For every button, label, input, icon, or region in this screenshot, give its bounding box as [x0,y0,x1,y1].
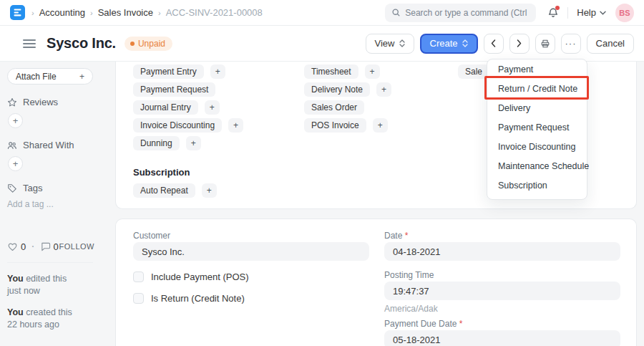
breadcrumb-accounting[interactable]: Accounting [39,7,85,18]
posting-time-field[interactable]: 19:47:37 [384,282,620,300]
create-menu-item-payment-request[interactable]: Payment Request [487,117,587,137]
breadcrumb-sales-invoice[interactable]: Sales Invoice [98,7,153,18]
payment-due-date-field[interactable]: 05-18-2021 [384,330,620,346]
search-input[interactable] [405,8,530,18]
breadcrumb-acc-sinv-2021-00008[interactable]: ACC-SINV-2021-00008 [166,7,263,18]
activity-log: You edited thisjust nowYou created this2… [7,273,105,331]
create-menu-item-delivery[interactable]: Delivery [487,98,587,117]
form-right-column: Date * 04-18-2021 Posting Time 19:47:37 … [384,231,620,346]
dashboard-pill-payment-entry[interactable]: Payment Entry [133,64,204,79]
add-payment-entry-button[interactable]: + [210,64,225,79]
create-menu-item-subscription[interactable]: Subscription [487,176,587,195]
navbar-divider [567,7,568,19]
pill-row-journal-entry: Journal Entry+ [133,100,304,115]
chevron-down-icon [600,11,606,15]
view-button[interactable]: View [366,34,414,54]
invoice-form-card: Customer Sysco Inc. Include Payment (POS… [115,218,637,346]
create-menu-item-payment[interactable]: Payment [487,59,587,79]
create-menu-item-return-credit-note[interactable]: Return / Credit Note [487,79,587,98]
add-journal-entry-button[interactable]: + [205,100,220,115]
timezone-label: America/Adak [384,304,620,314]
create-menu-item-maintenance-schedule[interactable]: Maintenance Schedule [487,156,587,176]
follow-button[interactable]: FOLLOW [59,242,94,251]
cancel-button[interactable]: Cancel [587,34,634,54]
page-header: Sysco Inc. Unpaid View Create [0,26,644,62]
add-invoice-discounting-button[interactable]: + [228,118,243,133]
add-dunning-button[interactable]: + [186,136,201,150]
dashboard-pill-sales-order[interactable]: Sales Order [304,100,364,115]
pill-row-delivery-note: Delivery Note+ [304,82,458,97]
checkbox-row-include-payment-pos[interactable]: Include Payment (POS) [133,271,369,282]
dashboard-pill-invoice-discounting[interactable]: Invoice Discounting [133,118,222,133]
add-auto-repeat-button[interactable]: + [202,183,217,198]
shared-with-label: Shared With [23,140,74,150]
checkbox-include-payment-pos[interactable] [133,271,144,282]
reviews-label: Reviews [23,97,58,107]
checkbox-label: Is Return (Credit Note) [151,293,245,304]
select-arrows-icon [462,39,468,47]
checkbox-row-is-return-credit-note[interactable]: Is Return (Credit Note) [133,293,369,304]
view-button-label: View [375,38,395,49]
dashboard-pill-timesheet[interactable]: Timesheet [304,64,358,79]
sidebar-toggle-icon[interactable] [23,39,36,48]
reviews-section-label: Reviews [7,97,105,107]
payment-due-date-field-label: Payment Due Date * [384,319,620,329]
help-menu[interactable]: Help [577,7,606,18]
attach-file-button[interactable]: Attach File + [7,68,93,85]
dashboard-pill-pos-invoice[interactable]: POS Invoice [304,118,366,133]
date-field[interactable]: 04-18-2021 [384,242,620,261]
tags-section-label: Tags [7,183,105,193]
activity-entry: You created this22 hours ago [7,307,105,331]
status-dot [130,42,135,46]
dashboard-pill-delivery-note[interactable]: Delivery Note [304,82,370,97]
tag-icon [7,183,17,193]
breadcrumb-separator: › [158,9,161,17]
ellipsis-icon: ··· [565,38,577,49]
global-search[interactable] [385,4,536,22]
dashboard-pill-auto-repeat[interactable]: Auto Repeat [133,183,195,198]
checkbox-is-return-credit-note[interactable] [133,293,144,304]
share-button[interactable]: + [8,156,23,171]
erpnext-logo-icon[interactable] [10,5,25,20]
required-asterisk: * [459,319,463,329]
avatar[interactable]: BS [615,4,634,22]
dashboard-pill-dunning[interactable]: Dunning [133,136,180,150]
activity-entry: You edited thisjust now [7,273,105,297]
previous-record-button[interactable] [484,34,504,54]
add-tag-input[interactable]: Add a tag ... [7,199,105,209]
dashboard-column-1: Payment Entry+Payment RequestJournal Ent… [133,64,304,154]
status-badge: Unpaid [125,37,172,51]
tags-label: Tags [23,183,42,193]
activity-actor: You [7,307,24,317]
dashboard-pill-sale[interactable]: Sale [458,64,489,79]
add-timesheet-button[interactable]: + [365,64,380,79]
add-review-button[interactable]: + [8,113,23,128]
print-button[interactable] [535,34,555,54]
pill-row-sales-order: Sales Order [304,100,458,115]
create-button[interactable]: Create [420,34,478,54]
required-asterisk: * [405,231,409,241]
next-record-button[interactable] [509,34,530,54]
sidebar-divider [7,262,93,263]
customer-field[interactable]: Sysco Inc. [133,242,369,261]
comments-count: 0 [54,241,59,252]
create-menu-item-invoice-discounting[interactable]: Invoice Discounting [487,137,587,156]
add-delivery-note-button[interactable]: + [376,82,391,97]
separator-dot: · [31,240,34,253]
likes-count: 0 [21,241,26,252]
breadcrumb-separator: › [31,9,34,17]
form-sidebar: Attach File + Reviews + Shared With + Ta… [0,62,115,346]
notifications-bell-icon[interactable] [547,7,559,19]
heart-icon[interactable] [7,241,18,251]
comment-icon[interactable] [40,241,51,251]
more-options-button[interactable]: ··· [561,34,581,54]
date-field-label: Date * [384,231,620,241]
help-label: Help [577,7,596,18]
shared-with-section-label: Shared With [7,140,105,150]
dashboard-pill-payment-request[interactable]: Payment Request [133,82,215,97]
users-icon [7,140,17,150]
add-pos-invoice-button[interactable]: + [373,118,388,133]
breadcrumb-separator: › [90,9,93,17]
dashboard-pill-journal-entry[interactable]: Journal Entry [133,100,198,115]
page-title: Sysco Inc. [47,35,116,52]
